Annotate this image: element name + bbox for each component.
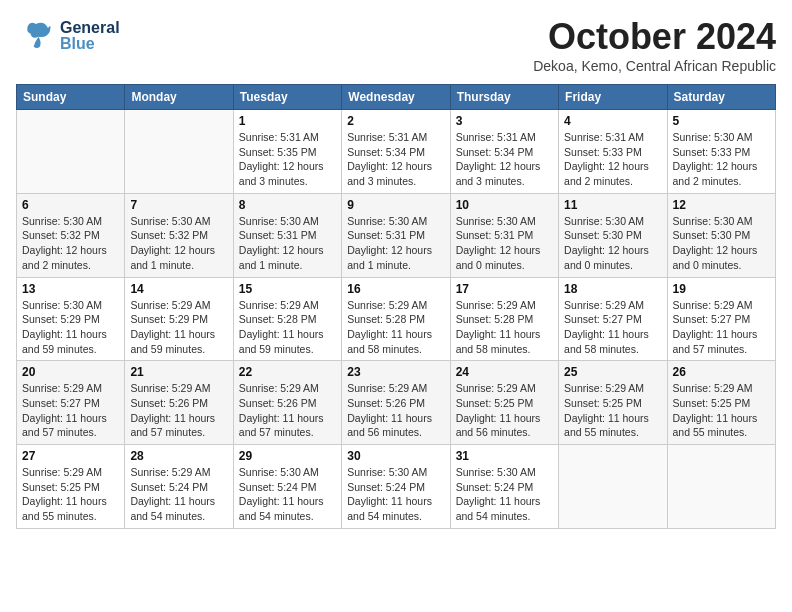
calendar-cell: 20Sunrise: 5:29 AM Sunset: 5:27 PM Dayli… [17,361,125,445]
day-number: 19 [673,282,770,296]
calendar-cell [17,110,125,194]
calendar-cell: 23Sunrise: 5:29 AM Sunset: 5:26 PM Dayli… [342,361,450,445]
day-number: 8 [239,198,336,212]
logo-blue: Blue [60,36,120,52]
col-header-sunday: Sunday [17,85,125,110]
calendar-cell: 4Sunrise: 5:31 AM Sunset: 5:33 PM Daylig… [559,110,667,194]
calendar-cell: 6Sunrise: 5:30 AM Sunset: 5:32 PM Daylig… [17,193,125,277]
calendar-week-1: 1Sunrise: 5:31 AM Sunset: 5:35 PM Daylig… [17,110,776,194]
day-info: Sunrise: 5:29 AM Sunset: 5:29 PM Dayligh… [130,298,227,357]
calendar-cell: 7Sunrise: 5:30 AM Sunset: 5:32 PM Daylig… [125,193,233,277]
col-header-saturday: Saturday [667,85,775,110]
calendar-cell: 5Sunrise: 5:30 AM Sunset: 5:33 PM Daylig… [667,110,775,194]
calendar-cell: 3Sunrise: 5:31 AM Sunset: 5:34 PM Daylig… [450,110,558,194]
day-number: 21 [130,365,227,379]
day-number: 15 [239,282,336,296]
day-number: 7 [130,198,227,212]
day-number: 10 [456,198,553,212]
calendar-cell: 30Sunrise: 5:30 AM Sunset: 5:24 PM Dayli… [342,445,450,529]
day-number: 27 [22,449,119,463]
calendar-week-5: 27Sunrise: 5:29 AM Sunset: 5:25 PM Dayli… [17,445,776,529]
calendar-table: SundayMondayTuesdayWednesdayThursdayFrid… [16,84,776,529]
day-number: 25 [564,365,661,379]
calendar-cell: 8Sunrise: 5:30 AM Sunset: 5:31 PM Daylig… [233,193,341,277]
day-number: 31 [456,449,553,463]
calendar-cell: 9Sunrise: 5:30 AM Sunset: 5:31 PM Daylig… [342,193,450,277]
calendar-cell: 27Sunrise: 5:29 AM Sunset: 5:25 PM Dayli… [17,445,125,529]
calendar-cell: 10Sunrise: 5:30 AM Sunset: 5:31 PM Dayli… [450,193,558,277]
day-number: 29 [239,449,336,463]
day-number: 26 [673,365,770,379]
calendar-cell: 31Sunrise: 5:30 AM Sunset: 5:24 PM Dayli… [450,445,558,529]
day-info: Sunrise: 5:29 AM Sunset: 5:28 PM Dayligh… [239,298,336,357]
logo-text: General Blue [60,20,120,52]
calendar-cell: 15Sunrise: 5:29 AM Sunset: 5:28 PM Dayli… [233,277,341,361]
day-info: Sunrise: 5:29 AM Sunset: 5:26 PM Dayligh… [239,381,336,440]
day-info: Sunrise: 5:30 AM Sunset: 5:24 PM Dayligh… [347,465,444,524]
logo-icon [16,16,56,56]
day-info: Sunrise: 5:29 AM Sunset: 5:25 PM Dayligh… [22,465,119,524]
day-number: 24 [456,365,553,379]
calendar-cell: 28Sunrise: 5:29 AM Sunset: 5:24 PM Dayli… [125,445,233,529]
col-header-wednesday: Wednesday [342,85,450,110]
day-info: Sunrise: 5:30 AM Sunset: 5:24 PM Dayligh… [239,465,336,524]
day-info: Sunrise: 5:29 AM Sunset: 5:27 PM Dayligh… [564,298,661,357]
col-header-tuesday: Tuesday [233,85,341,110]
calendar-cell: 19Sunrise: 5:29 AM Sunset: 5:27 PM Dayli… [667,277,775,361]
logo-general: General [60,20,120,36]
logo: General Blue [16,16,120,56]
day-number: 28 [130,449,227,463]
day-number: 16 [347,282,444,296]
day-number: 5 [673,114,770,128]
day-info: Sunrise: 5:31 AM Sunset: 5:35 PM Dayligh… [239,130,336,189]
day-info: Sunrise: 5:30 AM Sunset: 5:29 PM Dayligh… [22,298,119,357]
calendar-cell [125,110,233,194]
day-number: 17 [456,282,553,296]
day-info: Sunrise: 5:30 AM Sunset: 5:24 PM Dayligh… [456,465,553,524]
calendar-cell: 18Sunrise: 5:29 AM Sunset: 5:27 PM Dayli… [559,277,667,361]
day-info: Sunrise: 5:30 AM Sunset: 5:33 PM Dayligh… [673,130,770,189]
calendar-cell: 12Sunrise: 5:30 AM Sunset: 5:30 PM Dayli… [667,193,775,277]
calendar-cell: 11Sunrise: 5:30 AM Sunset: 5:30 PM Dayli… [559,193,667,277]
day-info: Sunrise: 5:29 AM Sunset: 5:24 PM Dayligh… [130,465,227,524]
month-title: October 2024 [533,16,776,58]
calendar-cell: 24Sunrise: 5:29 AM Sunset: 5:25 PM Dayli… [450,361,558,445]
day-number: 12 [673,198,770,212]
calendar-cell: 1Sunrise: 5:31 AM Sunset: 5:35 PM Daylig… [233,110,341,194]
page-header: General Blue October 2024 Dekoa, Kemo, C… [16,16,776,74]
day-number: 2 [347,114,444,128]
day-info: Sunrise: 5:30 AM Sunset: 5:32 PM Dayligh… [130,214,227,273]
day-info: Sunrise: 5:29 AM Sunset: 5:27 PM Dayligh… [22,381,119,440]
day-info: Sunrise: 5:30 AM Sunset: 5:30 PM Dayligh… [673,214,770,273]
day-info: Sunrise: 5:29 AM Sunset: 5:27 PM Dayligh… [673,298,770,357]
day-info: Sunrise: 5:30 AM Sunset: 5:31 PM Dayligh… [347,214,444,273]
title-block: October 2024 Dekoa, Kemo, Central Africa… [533,16,776,74]
day-info: Sunrise: 5:29 AM Sunset: 5:26 PM Dayligh… [347,381,444,440]
calendar-week-3: 13Sunrise: 5:30 AM Sunset: 5:29 PM Dayli… [17,277,776,361]
day-number: 9 [347,198,444,212]
col-header-thursday: Thursday [450,85,558,110]
calendar-cell: 29Sunrise: 5:30 AM Sunset: 5:24 PM Dayli… [233,445,341,529]
day-info: Sunrise: 5:29 AM Sunset: 5:25 PM Dayligh… [456,381,553,440]
day-info: Sunrise: 5:30 AM Sunset: 5:32 PM Dayligh… [22,214,119,273]
calendar-cell: 13Sunrise: 5:30 AM Sunset: 5:29 PM Dayli… [17,277,125,361]
day-number: 30 [347,449,444,463]
day-info: Sunrise: 5:29 AM Sunset: 5:28 PM Dayligh… [347,298,444,357]
day-info: Sunrise: 5:29 AM Sunset: 5:26 PM Dayligh… [130,381,227,440]
day-number: 11 [564,198,661,212]
location-subtitle: Dekoa, Kemo, Central African Republic [533,58,776,74]
calendar-cell: 25Sunrise: 5:29 AM Sunset: 5:25 PM Dayli… [559,361,667,445]
day-info: Sunrise: 5:29 AM Sunset: 5:25 PM Dayligh… [673,381,770,440]
day-number: 18 [564,282,661,296]
calendar-cell [559,445,667,529]
day-number: 6 [22,198,119,212]
calendar-cell: 14Sunrise: 5:29 AM Sunset: 5:29 PM Dayli… [125,277,233,361]
calendar-week-2: 6Sunrise: 5:30 AM Sunset: 5:32 PM Daylig… [17,193,776,277]
calendar-cell [667,445,775,529]
col-header-monday: Monday [125,85,233,110]
calendar-cell: 17Sunrise: 5:29 AM Sunset: 5:28 PM Dayli… [450,277,558,361]
day-number: 4 [564,114,661,128]
calendar-cell: 16Sunrise: 5:29 AM Sunset: 5:28 PM Dayli… [342,277,450,361]
day-info: Sunrise: 5:30 AM Sunset: 5:31 PM Dayligh… [456,214,553,273]
day-info: Sunrise: 5:31 AM Sunset: 5:33 PM Dayligh… [564,130,661,189]
